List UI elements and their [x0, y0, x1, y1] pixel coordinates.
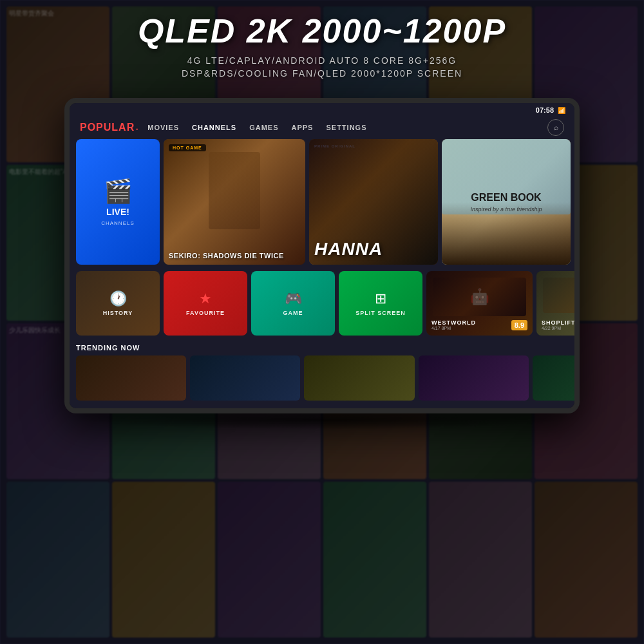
trending-thumb-1[interactable]	[76, 355, 186, 401]
wifi-icon: 📶	[558, 107, 565, 114]
sekiro-bg: HOT GAME SEKIRO: SHADOWS DIE TWICE	[164, 139, 305, 265]
nav-item-movies[interactable]: MOVIES	[147, 124, 179, 131]
nav-item-games[interactable]: GAMES	[249, 124, 278, 131]
westworld-ep: 4/17 8PM	[431, 326, 476, 330]
trending-label: TRENDING NOW	[76, 341, 574, 352]
shoplifters-text: SHOPLIFTERS 4/22 9PM	[542, 319, 574, 330]
sekiro-tile[interactable]: HOT GAME SEKIRO: SHADOWS DIE TWICE	[164, 139, 305, 265]
westworld-text: WESTWORLD 4/17 8PM	[431, 319, 476, 330]
status-bar: 07:58 📶	[70, 103, 574, 117]
nav-bar: POPULAR MOVIES CHANNELS GAMES APPS SETTI…	[70, 116, 574, 139]
shoplifters-title: SHOPLIFTERS	[542, 319, 574, 326]
splitscreen-icon: ⊞	[375, 290, 386, 307]
greenbook-sub: Inspired by a true friendship	[470, 206, 542, 213]
search-button[interactable]: ⌕	[547, 119, 564, 136]
trending-thumb-3[interactable]	[304, 355, 414, 401]
gamepad-icon: 🎮	[285, 290, 302, 307]
clock-icon: 🕐	[109, 290, 127, 307]
shoplifters-ep: 4/22 9PM	[542, 326, 574, 330]
trending-thumb-4[interactable]	[419, 355, 529, 401]
westworld-title: WESTWORLD	[431, 319, 476, 326]
history-tile[interactable]: 🕐 HISTORY	[76, 271, 160, 336]
content-area: 🎬 LIVE! CHANNELS HOT GAME SEKIRO: SHADOW…	[76, 139, 568, 402]
greenbook-title: GREEN BOOK	[471, 191, 541, 204]
search-icon: ⌕	[554, 123, 558, 132]
subtitle1: 4G LTE/CAPLAY/ANDROID AUTO 8 CORE 8G+256…	[138, 55, 506, 66]
nav-logo[interactable]: POPULAR	[80, 122, 135, 133]
middle-row: 🕐 HISTORY ★ FAVOURITE 🎮 GAME	[76, 271, 574, 336]
nav-item-channels[interactable]: CHANNELS	[192, 124, 236, 131]
device-mockup: 07:58 📶 POPULAR MOVIES CHANNELS GAMES AP…	[64, 98, 580, 413]
history-label: HISTORY	[103, 310, 133, 316]
sekiro-title: SEKIRO: SHADOWS DIE TWICE	[169, 252, 300, 260]
hot-game-badge: HOT GAME	[169, 144, 206, 151]
device-screen: 07:58 📶 POPULAR MOVIES CHANNELS GAMES AP…	[70, 103, 574, 408]
westworld-tile[interactable]: 🤖 WESTWORLD 4/17 8PM 8.9	[426, 271, 533, 336]
splitscreen-label: SPLIT SCREEN	[355, 310, 406, 316]
top-row: 🎬 LIVE! CHANNELS HOT GAME SEKIRO: SHADOW…	[76, 139, 574, 265]
nav-item-apps[interactable]: APPS	[292, 124, 314, 131]
trending-thumb-5[interactable]	[533, 355, 574, 401]
greenbook-tile[interactable]: GREEN BOOK Inspired by a true friendship	[442, 139, 571, 265]
live-channels-tile[interactable]: 🎬 LIVE! CHANNELS	[76, 139, 160, 265]
camera-icon: 🎬	[104, 178, 133, 205]
splitscreen-tile[interactable]: ⊞ SPLIT SCREEN	[339, 271, 422, 336]
trending-row	[76, 355, 574, 401]
subtitle2: DSP&RDS/COOLING FAN/QLED 2000*1200P SCRE…	[138, 68, 506, 79]
game-tile[interactable]: 🎮 GAME	[251, 271, 335, 336]
main-title: QLED 2K 2000~1200P	[138, 12, 506, 50]
main-container: QLED 2K 2000~1200P 4G LTE/CAPLAY/ANDROID…	[0, 0, 644, 644]
trending-thumb-2[interactable]	[190, 355, 300, 401]
westworld-info: WESTWORLD 4/17 8PM 8.9	[431, 319, 527, 330]
live-sublabel: CHANNELS	[101, 220, 135, 226]
shoplifters-tile[interactable]: 👨‍👩‍👧 SHOPLIFTERS 4/22 9PM 8.5	[536, 271, 574, 336]
star-icon: ★	[199, 290, 212, 307]
hanna-tile[interactable]: PRIME ORIGINAL HANNA	[309, 139, 438, 265]
trending-section: TRENDING NOW	[76, 341, 574, 402]
westworld-rating: 8.9	[511, 320, 527, 330]
favourite-tile[interactable]: ★ FAVOURITE	[164, 271, 247, 336]
live-label: LIVE!	[106, 207, 129, 217]
favourite-label: FAVOURITE	[186, 310, 225, 316]
shoplifters-info: SHOPLIFTERS 4/22 9PM 8.5	[542, 319, 574, 330]
nav-item-settings[interactable]: SETTINGS	[326, 124, 366, 131]
game-label: GAME	[283, 310, 303, 316]
status-time: 07:58	[536, 106, 554, 114]
hanna-title: HANNA	[314, 239, 433, 260]
title-section: QLED 2K 2000~1200P 4G LTE/CAPLAY/ANDROID…	[138, 12, 506, 79]
